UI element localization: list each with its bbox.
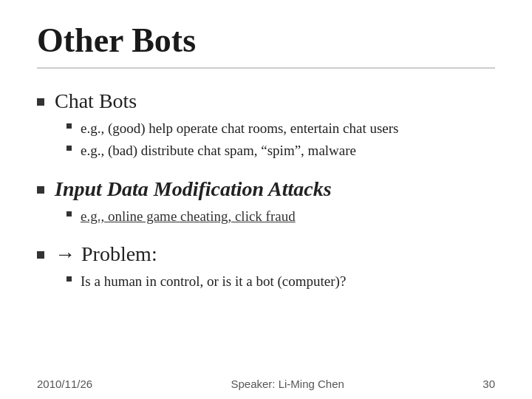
sub-bullet-icon bbox=[66, 123, 72, 129]
section-input-data-title: Input Data Modification Attacks bbox=[55, 177, 332, 201]
section-problem-title: → Problem: bbox=[55, 242, 157, 266]
bullet-icon-chat-bots bbox=[37, 98, 44, 106]
input-data-list: e.g., online game cheating, click fraud bbox=[66, 207, 495, 227]
section-problem-header: → Problem: bbox=[37, 242, 495, 266]
problem-list: Is a human in control, or is it a bot (c… bbox=[66, 272, 495, 292]
section-chat-bots: Chat Bots e.g., (good) help operate chat… bbox=[37, 89, 495, 161]
sub-bullet-icon bbox=[66, 211, 72, 216]
chat-bots-list: e.g., (good) help operate chat rooms, en… bbox=[66, 119, 495, 161]
footer-page: 30 bbox=[482, 378, 495, 390]
sub-bullet-icon bbox=[66, 146, 72, 151]
section-chat-bots-title: Chat Bots bbox=[55, 89, 137, 113]
slide-title: Other Bots bbox=[37, 22, 495, 69]
sub-bullet-icon bbox=[66, 276, 72, 282]
problem-label: Problem: bbox=[81, 242, 157, 266]
slide: Other Bots Chat Bots e.g., (good) help o… bbox=[0, 0, 532, 399]
bullet-icon-input-data bbox=[37, 186, 44, 194]
problem-item-1: Is a human in control, or is it a bot (c… bbox=[81, 272, 346, 292]
section-input-data: Input Data Modification Attacks e.g., on… bbox=[37, 177, 495, 227]
input-data-item-1: e.g., online game cheating, click fraud bbox=[81, 207, 296, 227]
footer: 2010/11/26 Speaker: Li-Ming Chen 30 bbox=[0, 378, 532, 390]
list-item: Is a human in control, or is it a bot (c… bbox=[66, 272, 495, 292]
section-chat-bots-header: Chat Bots bbox=[37, 89, 495, 113]
footer-speaker: Speaker: Li-Ming Chen bbox=[231, 378, 344, 390]
chat-bots-item-1: e.g., (good) help operate chat rooms, en… bbox=[81, 119, 399, 139]
section-problem: → Problem: Is a human in control, or is … bbox=[37, 242, 495, 292]
arrow-icon: → bbox=[55, 242, 75, 266]
list-item: e.g., online game cheating, click fraud bbox=[66, 207, 495, 227]
bullet-icon-problem bbox=[37, 251, 44, 259]
section-input-data-header: Input Data Modification Attacks bbox=[37, 177, 495, 201]
footer-date: 2010/11/26 bbox=[37, 378, 92, 390]
chat-bots-item-2: e.g., (bad) distribute chat spam, “spim”… bbox=[81, 141, 356, 161]
list-item: e.g., (good) help operate chat rooms, en… bbox=[66, 119, 495, 139]
list-item: e.g., (bad) distribute chat spam, “spim”… bbox=[66, 141, 495, 161]
